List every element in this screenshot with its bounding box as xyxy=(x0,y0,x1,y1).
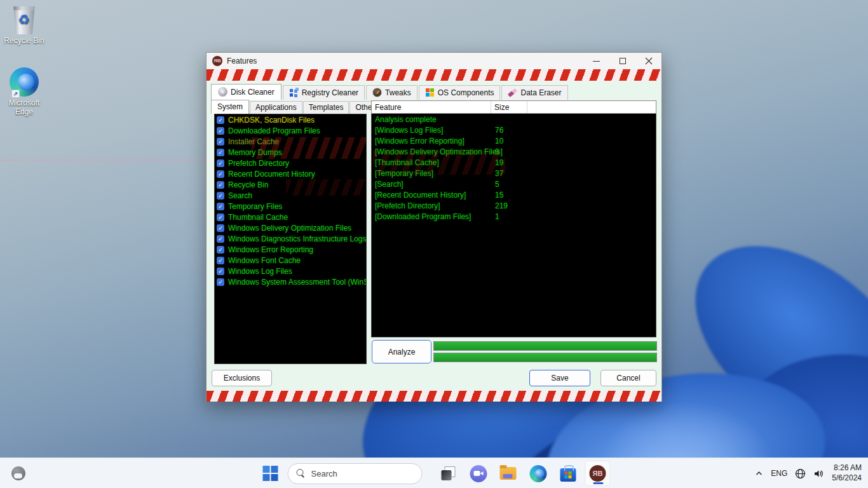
checklist-item[interactable]: Windows Log Files xyxy=(215,266,366,276)
clock[interactable]: 8:26 AM 5/6/2024 xyxy=(832,463,862,483)
desktop-icon-label: Recycle Bin xyxy=(0,36,48,45)
checkbox-checked-icon[interactable] xyxy=(217,170,224,178)
result-row[interactable]: [Temporary Files] 37 xyxy=(372,168,656,179)
tab-registry-cleaner[interactable]: Registry Cleaner xyxy=(283,85,365,100)
checkbox-checked-icon[interactable] xyxy=(217,268,224,275)
checkbox-checked-icon[interactable] xyxy=(217,203,224,210)
running-app-button[interactable]: ЯB xyxy=(585,461,611,486)
recycle-bin-icon: ♻ xyxy=(12,6,36,34)
exclusions-button[interactable]: Exclusions xyxy=(212,370,272,386)
task-view-button[interactable] xyxy=(436,461,461,486)
analyze-button[interactable]: Analyze xyxy=(372,340,431,363)
checklist-item[interactable]: Installer Cache xyxy=(215,136,366,147)
column-header-size[interactable]: Size xyxy=(491,101,527,113)
progress-bar-1 xyxy=(433,341,657,351)
results-header: Feature Size xyxy=(371,100,656,114)
network-globe-icon[interactable] xyxy=(795,468,806,479)
titlebar[interactable]: ЯB Features xyxy=(207,53,661,69)
result-row[interactable]: [Windows Log Files] 76 xyxy=(372,125,656,135)
checklist-item[interactable]: Memory Dumps xyxy=(215,147,366,158)
checklist-item[interactable]: Recent Document History xyxy=(215,168,366,179)
checkbox-checked-icon[interactable] xyxy=(217,159,224,167)
desktop-icon-recycle-bin[interactable]: ♻ Recycle Bin xyxy=(0,6,48,45)
checklist-item[interactable]: Search xyxy=(215,190,366,201)
checklist-item[interactable]: Windows System Assessment Tool (WinSAT) xyxy=(215,276,366,287)
checkbox-checked-icon[interactable] xyxy=(217,278,224,286)
tab-os-components[interactable]: OS Components xyxy=(419,85,501,100)
taskbar-search[interactable]: Search xyxy=(288,463,423,484)
checklist-item[interactable]: Recycle Bin xyxy=(215,179,366,190)
app-logo-icon: ЯB xyxy=(212,56,222,66)
checklist-item[interactable]: Temporary Files xyxy=(215,201,366,212)
subtab-system[interactable]: System xyxy=(211,100,249,114)
result-row[interactable]: [Windows Delivery Optimization Files] 9 xyxy=(372,146,656,157)
checklist-item[interactable]: CHKDSK, ScanDisk Files xyxy=(215,114,366,125)
desktop-icon-microsoft-edge[interactable]: ↗ Microsoft Edge xyxy=(0,67,48,116)
result-size: 219 xyxy=(494,201,508,210)
close-button[interactable] xyxy=(635,53,661,69)
features-window: ЯB Features Disk Cleaner Registry Cleane… xyxy=(206,52,662,402)
edge-button[interactable] xyxy=(526,461,551,486)
checkbox-checked-icon[interactable] xyxy=(217,127,224,135)
subtab-applications[interactable]: Applications xyxy=(250,101,302,114)
file-explorer-button[interactable] xyxy=(496,461,521,486)
minimize-button[interactable] xyxy=(583,53,609,69)
checkbox-checked-icon[interactable] xyxy=(217,149,224,156)
tray-chevron-up-icon[interactable] xyxy=(755,470,763,478)
result-feature: [Thumbnail Cache] xyxy=(372,158,494,167)
checkbox-checked-icon[interactable] xyxy=(217,181,224,189)
checklist-item[interactable]: Windows Error Reporting xyxy=(215,244,366,255)
checkbox-checked-icon[interactable] xyxy=(217,246,224,254)
result-row[interactable]: [Search] 5 xyxy=(372,179,656,189)
screen-artifact-line xyxy=(0,159,205,161)
checklist-item[interactable]: Prefetch Directory xyxy=(215,158,366,168)
checkbox-checked-icon[interactable] xyxy=(217,235,224,243)
language-indicator[interactable]: ENG xyxy=(771,469,787,478)
chat-button[interactable] xyxy=(466,461,491,486)
checkbox-checked-icon[interactable] xyxy=(217,192,224,200)
shortcut-arrow-icon: ↗ xyxy=(11,90,20,98)
checkbox-checked-icon[interactable] xyxy=(217,138,224,146)
store-button[interactable] xyxy=(555,461,581,486)
start-button[interactable] xyxy=(258,461,283,486)
checkbox-checked-icon[interactable] xyxy=(217,116,224,124)
checklist-item-label: Recent Document History xyxy=(228,170,315,179)
checklist-item[interactable]: Windows Delivery Optimization Files xyxy=(215,222,366,233)
result-size: 1 xyxy=(494,212,499,221)
checklist-item-label: Downloaded Program Files xyxy=(228,126,320,135)
tab-data-eraser[interactable]: Data Eraser xyxy=(501,85,567,100)
result-row[interactable]: [Downloaded Program Files] 1 xyxy=(372,211,656,222)
folder-icon xyxy=(500,467,517,480)
result-size: 5 xyxy=(494,180,499,189)
checklist-item[interactable]: Thumbnail Cache xyxy=(215,212,366,222)
result-row[interactable]: Analysis complete xyxy=(372,114,656,125)
result-row[interactable]: [Recent Document History] 15 xyxy=(372,189,656,200)
checklist-item[interactable]: Windows Diagnostics Infrastructure Logs xyxy=(215,233,366,244)
checkbox-checked-icon[interactable] xyxy=(217,214,224,221)
maximize-button[interactable] xyxy=(609,53,635,69)
result-row[interactable]: [Windows Error Reporting] 10 xyxy=(372,135,656,146)
tab-tweaks[interactable]: Tweaks xyxy=(366,85,417,100)
cleaner-checklist-panel: CHKDSK, ScanDisk Files Downloaded Progra… xyxy=(214,114,367,364)
column-header-feature[interactable]: Feature xyxy=(372,101,491,113)
result-size: 76 xyxy=(494,126,503,135)
minimize-icon xyxy=(593,61,600,62)
subtab-templates[interactable]: Templates xyxy=(303,101,349,114)
tab-disk-cleaner[interactable]: Disk Cleaner xyxy=(211,84,281,100)
volume-icon[interactable] xyxy=(813,468,824,479)
system-tray: ENG 8:26 AM 5/6/2024 xyxy=(755,458,862,488)
checkbox-checked-icon[interactable] xyxy=(217,224,224,232)
checklist-item[interactable]: Downloaded Program Files xyxy=(215,125,366,136)
progress-fill xyxy=(434,353,656,362)
microsoft-store-icon xyxy=(560,468,576,482)
checkbox-checked-icon[interactable] xyxy=(217,257,224,264)
widgets-button[interactable] xyxy=(11,466,27,482)
chat-camera-icon xyxy=(470,465,487,482)
result-feature: [Recent Document History] xyxy=(372,191,494,200)
cancel-button[interactable]: Cancel xyxy=(600,370,656,386)
result-row[interactable]: [Prefetch Directory] 219 xyxy=(372,200,656,211)
checklist-item[interactable]: Windows Font Cache xyxy=(215,255,366,266)
result-row[interactable]: [Thumbnail Cache] 19 xyxy=(372,157,656,168)
save-button[interactable]: Save xyxy=(529,370,590,386)
disk-icon xyxy=(218,87,227,97)
